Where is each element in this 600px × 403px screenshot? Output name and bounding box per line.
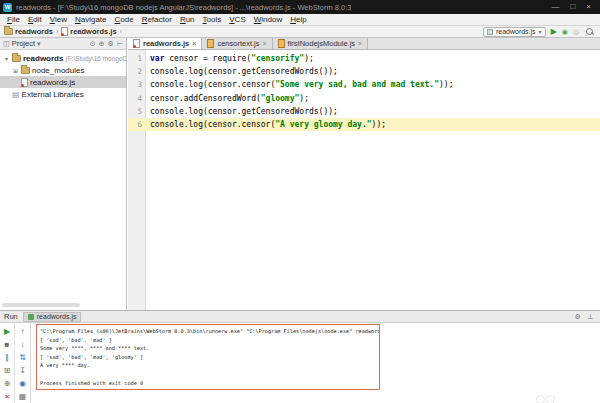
tree-item-readwords.js[interactable]: readwords.js	[0, 76, 126, 88]
settings-icon[interactable]: ⚙	[108, 40, 114, 48]
restore-layout-icon[interactable]: ⊞	[4, 366, 11, 375]
line-number: 6	[128, 120, 146, 129]
navigation-bar: readwords›readwords.js› readwords.js ▾ ▶…	[0, 26, 600, 38]
tree-expander-icon[interactable]: ⊞	[12, 67, 19, 74]
close-tab-icon[interactable]: ×	[192, 40, 196, 47]
close-tab-icon[interactable]: ×	[358, 40, 362, 47]
tab-firstNodejsModule.js[interactable]: firstNodejsModule.js×	[273, 38, 369, 49]
run-tab-readwords[interactable]: readwords.js	[23, 312, 82, 322]
jsfile-icon	[21, 78, 28, 87]
coverage-icon[interactable]: ◎	[573, 28, 579, 36]
code-text: console.log(censor.censor("Some very sad…	[146, 80, 453, 89]
main-area: ◫ Project ▾ ⊙⊕⚙⊢ ▾readwords (F:\Study\16…	[0, 38, 600, 310]
line-number: 3	[128, 80, 146, 89]
close-tab-icon[interactable]: ×	[262, 40, 266, 47]
menu-item-code[interactable]: Code	[111, 15, 138, 24]
debug-icon[interactable]: ◉	[562, 28, 568, 36]
folder-icon	[21, 67, 30, 74]
tree-item-label: readwords.js	[30, 78, 75, 87]
console-line: A very **** day.	[40, 361, 376, 370]
up-stacktrace-icon[interactable]: ↑	[21, 327, 25, 336]
run-tab-label: readwords.js	[37, 313, 77, 320]
tree-item-node_modules[interactable]: ⊞node_modules	[0, 64, 126, 76]
menu-item-help[interactable]: Help	[286, 15, 310, 24]
code-line[interactable]: 5console.log(censor.getCensoredWords());	[128, 105, 600, 118]
breadcrumb-item-readwords.js[interactable]: readwords.js	[61, 27, 116, 36]
breadcrumb: readwords›readwords.js›	[4, 27, 123, 36]
hide-panel-icon[interactable]: ⊢	[117, 40, 123, 48]
pause-output-icon[interactable]: ∥	[5, 353, 9, 362]
breadcrumb-item-readwords[interactable]: readwords	[4, 27, 53, 36]
maximize-button[interactable]: □	[570, 3, 575, 11]
line-number: 4	[128, 94, 146, 103]
console-line: [ 'sad', 'bad', 'mad' ]	[40, 336, 376, 345]
tab-censortext.js[interactable]: censortext.js×	[202, 38, 272, 49]
collapse-all-icon[interactable]: ⊕	[99, 40, 105, 48]
console-line: Some very ****, **** and **** text.	[40, 344, 376, 353]
lib-icon: ▤	[12, 90, 20, 99]
code-text: var censor = require("censorify");	[146, 54, 314, 63]
code-text: console.log(censor.censor("A very gloomy…	[146, 120, 386, 129]
tree-item-External Libraries[interactable]: ▤External Libraries	[0, 88, 126, 100]
menu-item-window[interactable]: Window	[250, 15, 286, 24]
code-editor[interactable]: 1var censor = require("censorify");2cons…	[128, 50, 600, 310]
chevron-down-icon[interactable]: ▾	[37, 40, 41, 48]
line-number: 2	[128, 67, 146, 76]
console-line: Process finished with exit code 0	[40, 379, 376, 388]
menu-item-file[interactable]: File	[3, 15, 24, 24]
code-line[interactable]: 1var censor = require("censorify");	[128, 52, 600, 65]
stop-icon[interactable]: ■	[5, 340, 10, 349]
code-line[interactable]: 4censor.addCensoredWord("gloomy");	[128, 92, 600, 105]
tree-item-label: node_modules	[32, 66, 84, 75]
horizontal-scrollbar[interactable]	[2, 303, 80, 307]
project-panel-title: Project	[12, 39, 35, 48]
tab-readwords.js[interactable]: readwords.js×	[128, 38, 202, 49]
code-line[interactable]: 2console.log(censor.getCensoredWords());	[128, 65, 600, 78]
folder-icon	[12, 55, 21, 62]
menu-item-tools[interactable]: Tools	[199, 15, 226, 24]
run-config-file-icon	[487, 29, 493, 35]
search-icon[interactable]	[586, 28, 594, 36]
nav-right-cluster: readwords.js ▾ ▶◉◎	[483, 27, 596, 37]
close-icon[interactable]: ×	[5, 392, 10, 401]
menu-item-view[interactable]: View	[46, 15, 71, 24]
menu-item-edit[interactable]: Edit	[24, 15, 46, 24]
run-configuration-select[interactable]: readwords.js ▾	[483, 27, 546, 37]
code-line[interactable]: 3console.log(censor.censor("Some very sa…	[128, 78, 600, 91]
tree-item-readwords[interactable]: ▾readwords (F:\Study\16 mongoDB no	[0, 52, 126, 64]
rerun-icon[interactable]: ▶	[4, 327, 10, 336]
help-icon[interactable]: ◉	[19, 379, 26, 388]
line-number: 5	[128, 107, 146, 116]
code-line[interactable]: 6console.log(censor.censor("A very gloom…	[128, 118, 600, 131]
run-tool-window-body: ▶■∥⊞⊕× ↑↓⇅↧◉▦ "C:\Program Files (x86)\Je…	[0, 323, 600, 403]
breadcrumb-separator: ›	[55, 28, 59, 35]
editor-tab-bar: readwords.js×censortext.js×firstNodejsMo…	[128, 38, 600, 50]
settings-icon[interactable]: ⚙	[575, 313, 581, 321]
scroll-to-end-icon[interactable]: ↧	[19, 366, 26, 375]
minimize-button[interactable]: —	[551, 3, 559, 11]
project-panel: ◫ Project ▾ ⊙⊕⚙⊢ ▾readwords (F:\Study\16…	[0, 38, 127, 310]
menu-item-refactor[interactable]: Refactor	[138, 15, 176, 24]
tree-expander-icon[interactable]: ▾	[3, 55, 10, 62]
run-icon[interactable]: ▶	[551, 28, 557, 36]
project-tree: ▾readwords (F:\Study\16 mongoDB no⊞node_…	[0, 50, 126, 100]
menu-item-run[interactable]: Run	[176, 15, 199, 24]
console-output[interactable]: "C:\Program Files (x86)\JetBrains\WebSto…	[36, 324, 380, 390]
pin-tab-icon[interactable]: ⊕	[4, 379, 11, 388]
scroll-from-source-icon[interactable]: ⊙	[90, 40, 96, 48]
run-tool-window-header: Run readwords.js ⚙⊥	[0, 311, 600, 323]
tab-label: readwords.js	[143, 39, 189, 48]
down-stacktrace-icon[interactable]: ↓	[21, 340, 25, 349]
window-controls: —□×	[551, 3, 600, 11]
project-panel-header: ◫ Project ▾ ⊙⊕⚙⊢	[0, 38, 126, 50]
clear-console-icon[interactable]: ▦	[19, 392, 27, 401]
breadcrumb-label: readwords.js	[70, 27, 116, 36]
menu-item-navigate[interactable]: Navigate	[71, 15, 111, 24]
tree-expander-icon	[12, 79, 19, 85]
close-button[interactable]: ×	[586, 3, 591, 11]
hide-panel-icon[interactable]: ⊥	[587, 313, 593, 321]
soft-wrap-icon[interactable]: ⇅	[19, 353, 26, 362]
run-toolbar-column-2: ↑↓⇅↧◉▦	[15, 323, 31, 403]
menu-item-vcs[interactable]: VCS	[225, 15, 249, 24]
file-icon	[133, 39, 140, 48]
